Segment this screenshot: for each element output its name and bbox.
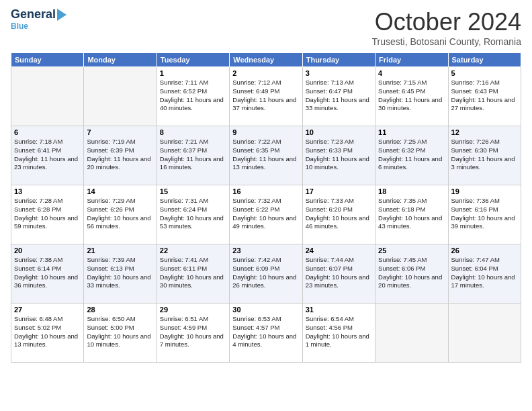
day-info: Sunrise: 6:50 AMSunset: 5:00 PMDaylight:… <box>87 315 153 349</box>
day-number: 1 <box>160 69 226 77</box>
calendar-week-row: 13Sunrise: 7:28 AMSunset: 6:28 PMDayligh… <box>11 185 521 244</box>
calendar-cell: 17Sunrise: 7:33 AMSunset: 6:20 PMDayligh… <box>302 185 375 244</box>
calendar-day-header: Saturday <box>448 53 521 67</box>
day-info: Sunrise: 7:32 AMSunset: 6:22 PMDaylight:… <box>232 197 299 231</box>
day-info: Sunrise: 7:13 AMSunset: 6:47 PMDaylight:… <box>306 79 372 113</box>
calendar-cell: 2Sunrise: 7:12 AMSunset: 6:49 PMDaylight… <box>230 67 302 126</box>
day-number: 2 <box>232 69 299 77</box>
calendar-cell: 24Sunrise: 7:44 AMSunset: 6:07 PMDayligh… <box>302 244 375 304</box>
day-info: Sunrise: 7:35 AMSunset: 6:18 PMDaylight:… <box>378 197 445 231</box>
calendar-cell <box>375 304 448 363</box>
day-info: Sunrise: 7:21 AMSunset: 6:37 PMDaylight:… <box>160 138 226 172</box>
page: General Blue October 2024 Trusesti, Boto… <box>0 0 532 411</box>
logo-general: General <box>11 8 56 21</box>
day-number: 9 <box>232 128 299 136</box>
calendar-cell: 7Sunrise: 7:19 AMSunset: 6:39 PMDaylight… <box>84 126 157 185</box>
day-number: 7 <box>87 128 153 136</box>
day-info: Sunrise: 6:48 AMSunset: 5:02 PMDaylight:… <box>14 315 81 349</box>
day-info: Sunrise: 7:38 AMSunset: 6:14 PMDaylight:… <box>14 256 81 290</box>
day-info: Sunrise: 7:23 AMSunset: 6:33 PMDaylight:… <box>306 138 372 172</box>
day-info: Sunrise: 7:26 AMSunset: 6:30 PMDaylight:… <box>451 138 518 172</box>
day-number: 22 <box>160 246 226 255</box>
logo: General Blue <box>11 8 66 31</box>
calendar-cell: 29Sunrise: 6:51 AMSunset: 4:59 PMDayligh… <box>157 304 229 363</box>
calendar-cell: 9Sunrise: 7:22 AMSunset: 6:35 PMDaylight… <box>230 126 302 185</box>
day-number: 4 <box>378 69 445 77</box>
subtitle: Trusesti, Botosani County, Romania <box>371 36 521 47</box>
calendar-table: SundayMondayTuesdayWednesdayThursdayFrid… <box>11 52 521 363</box>
logo-arrow-icon <box>57 9 66 21</box>
day-info: Sunrise: 7:41 AMSunset: 6:11 PMDaylight:… <box>160 256 226 290</box>
day-info: Sunrise: 7:19 AMSunset: 6:39 PMDaylight:… <box>87 138 153 172</box>
day-number: 30 <box>232 306 299 314</box>
day-info: Sunrise: 7:33 AMSunset: 6:20 PMDaylight:… <box>306 197 372 231</box>
day-info: Sunrise: 7:18 AMSunset: 6:41 PMDaylight:… <box>14 138 81 172</box>
day-number: 13 <box>14 187 81 195</box>
day-info: Sunrise: 7:12 AMSunset: 6:49 PMDaylight:… <box>232 79 299 113</box>
day-number: 17 <box>306 187 372 195</box>
day-number: 24 <box>306 246 372 255</box>
day-info: Sunrise: 7:16 AMSunset: 6:43 PMDaylight:… <box>451 79 518 113</box>
header: General Blue October 2024 Trusesti, Boto… <box>11 8 521 47</box>
day-number: 18 <box>378 187 445 195</box>
calendar-cell: 6Sunrise: 7:18 AMSunset: 6:41 PMDaylight… <box>11 126 84 185</box>
calendar-cell: 16Sunrise: 7:32 AMSunset: 6:22 PMDayligh… <box>230 185 302 244</box>
day-info: Sunrise: 6:53 AMSunset: 4:57 PMDaylight:… <box>232 315 299 349</box>
day-info: Sunrise: 7:22 AMSunset: 6:35 PMDaylight:… <box>232 138 299 172</box>
logo-blue: Blue <box>11 21 28 31</box>
day-info: Sunrise: 7:31 AMSunset: 6:24 PMDaylight:… <box>160 197 226 231</box>
day-info: Sunrise: 7:47 AMSunset: 6:04 PMDaylight:… <box>451 256 518 290</box>
calendar-day-header: Friday <box>375 53 448 67</box>
calendar-week-row: 6Sunrise: 7:18 AMSunset: 6:41 PMDaylight… <box>11 126 521 185</box>
day-number: 27 <box>14 306 81 314</box>
day-number: 19 <box>451 187 518 195</box>
calendar-cell: 21Sunrise: 7:39 AMSunset: 6:13 PMDayligh… <box>84 244 157 304</box>
calendar-week-row: 27Sunrise: 6:48 AMSunset: 5:02 PMDayligh… <box>11 304 521 363</box>
day-info: Sunrise: 7:28 AMSunset: 6:28 PMDaylight:… <box>14 197 81 231</box>
day-number: 28 <box>87 306 153 314</box>
title-area: October 2024 Trusesti, Botosani County, … <box>371 8 521 47</box>
day-number: 15 <box>160 187 226 195</box>
calendar-cell: 28Sunrise: 6:50 AMSunset: 5:00 PMDayligh… <box>84 304 157 363</box>
day-number: 12 <box>451 128 518 136</box>
day-number: 16 <box>232 187 299 195</box>
calendar-cell: 15Sunrise: 7:31 AMSunset: 6:24 PMDayligh… <box>157 185 229 244</box>
day-number: 10 <box>306 128 372 136</box>
day-number: 25 <box>378 246 445 255</box>
day-info: Sunrise: 7:44 AMSunset: 6:07 PMDaylight:… <box>306 256 372 290</box>
calendar-week-row: 1Sunrise: 7:11 AMSunset: 6:52 PMDaylight… <box>11 67 521 126</box>
day-info: Sunrise: 6:54 AMSunset: 4:56 PMDaylight:… <box>306 315 372 349</box>
day-number: 31 <box>306 306 372 314</box>
day-number: 11 <box>378 128 445 136</box>
calendar-cell: 5Sunrise: 7:16 AMSunset: 6:43 PMDaylight… <box>448 67 521 126</box>
day-info: Sunrise: 7:29 AMSunset: 6:26 PMDaylight:… <box>87 197 153 231</box>
day-number: 5 <box>451 69 518 77</box>
day-number: 3 <box>306 69 372 77</box>
calendar-week-row: 20Sunrise: 7:38 AMSunset: 6:14 PMDayligh… <box>11 244 521 304</box>
calendar-cell: 8Sunrise: 7:21 AMSunset: 6:37 PMDaylight… <box>157 126 229 185</box>
day-info: Sunrise: 7:15 AMSunset: 6:45 PMDaylight:… <box>378 79 445 113</box>
day-info: Sunrise: 7:36 AMSunset: 6:16 PMDaylight:… <box>451 197 518 231</box>
calendar-cell: 12Sunrise: 7:26 AMSunset: 6:30 PMDayligh… <box>448 126 521 185</box>
calendar-cell: 10Sunrise: 7:23 AMSunset: 6:33 PMDayligh… <box>302 126 375 185</box>
calendar-day-header: Thursday <box>302 53 375 67</box>
day-number: 6 <box>14 128 81 136</box>
calendar-cell <box>448 304 521 363</box>
calendar-day-header: Tuesday <box>157 53 229 67</box>
day-info: Sunrise: 6:51 AMSunset: 4:59 PMDaylight:… <box>160 315 226 349</box>
calendar-header-row: SundayMondayTuesdayWednesdayThursdayFrid… <box>11 53 521 67</box>
day-number: 23 <box>232 246 299 255</box>
calendar-cell: 3Sunrise: 7:13 AMSunset: 6:47 PMDaylight… <box>302 67 375 126</box>
day-number: 26 <box>451 246 518 255</box>
calendar-day-header: Monday <box>84 53 157 67</box>
day-number: 21 <box>87 246 153 255</box>
day-info: Sunrise: 7:42 AMSunset: 6:09 PMDaylight:… <box>232 256 299 290</box>
calendar-cell: 1Sunrise: 7:11 AMSunset: 6:52 PMDaylight… <box>157 67 229 126</box>
calendar-cell: 13Sunrise: 7:28 AMSunset: 6:28 PMDayligh… <box>11 185 84 244</box>
calendar-cell: 11Sunrise: 7:25 AMSunset: 6:32 PMDayligh… <box>375 126 448 185</box>
calendar-cell: 22Sunrise: 7:41 AMSunset: 6:11 PMDayligh… <box>157 244 229 304</box>
day-number: 20 <box>14 246 81 255</box>
calendar-cell <box>11 67 84 126</box>
calendar-cell: 19Sunrise: 7:36 AMSunset: 6:16 PMDayligh… <box>448 185 521 244</box>
month-title: October 2024 <box>371 8 521 36</box>
